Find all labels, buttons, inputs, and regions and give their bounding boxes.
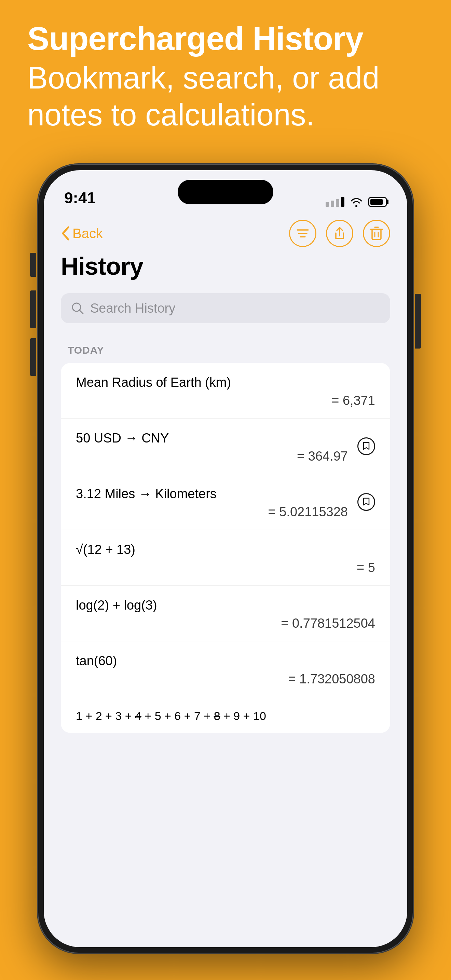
search-placeholder: Search History	[90, 301, 175, 316]
page-title: History	[61, 252, 390, 280]
page-title-area: History	[61, 252, 390, 280]
bookmark-icon	[357, 493, 375, 511]
history-item[interactable]: √(12 + 13) = 5	[61, 530, 390, 585]
header-area: Supercharged History Bookmark, search, o…	[27, 21, 424, 133]
history-item[interactable]: tan(60) = 1.732050808	[61, 641, 390, 697]
share-icon	[333, 226, 346, 240]
nav-actions	[289, 220, 390, 247]
search-icon	[71, 302, 84, 315]
section-label: TODAY	[61, 334, 390, 363]
calc-expression: Mean Radius of Earth (km)	[76, 375, 375, 390]
calc-result: = 5	[76, 560, 375, 575]
status-icons	[326, 197, 387, 208]
history-item[interactable]: Mean Radius of Earth (km) = 6,371	[61, 363, 390, 418]
calc-expression: 3.12 Miles → Kilometers	[76, 487, 375, 501]
trash-icon	[370, 226, 383, 241]
calc-result: = 5.02115328	[76, 505, 348, 519]
calc-expression: log(2) + log(3)	[76, 598, 375, 612]
back-chevron-icon	[61, 226, 70, 241]
bookmark-icon	[357, 438, 375, 455]
history-item[interactable]: 1 + 2 + 3 + 4 + 5 + 6 + 7 + 8 + 9 + 10	[61, 697, 390, 733]
calc-expression: 50 USD → CNY	[76, 431, 375, 445]
wifi-icon	[350, 197, 363, 207]
phone-frame: 9:41	[38, 164, 413, 953]
filter-icon	[296, 227, 310, 240]
status-time: 9:41	[64, 189, 96, 208]
trash-button[interactable]	[363, 220, 390, 247]
svg-line-8	[79, 310, 83, 314]
history-item[interactable]: 3.12 Miles → Kilometers = 5.02115328	[61, 474, 390, 530]
bookmark-inner-icon	[362, 442, 370, 451]
back-label: Back	[72, 226, 103, 241]
battery-icon	[368, 197, 387, 207]
volume-down-button[interactable]	[30, 290, 36, 328]
search-bar[interactable]: Search History	[61, 293, 390, 323]
svg-rect-3	[372, 229, 381, 240]
content-area: TODAY Mean Radius of Earth (km) = 6,371 …	[44, 334, 407, 947]
calc-result: = 6,371	[76, 393, 375, 408]
filter-button[interactable]	[289, 220, 316, 247]
calc-result: = 364.97	[76, 449, 348, 464]
phone-device: 9:41	[38, 164, 413, 953]
power-button[interactable]	[415, 294, 421, 348]
bookmark-button[interactable]	[356, 436, 376, 457]
signal-icon	[326, 197, 345, 207]
search-bar-area[interactable]: Search History	[61, 293, 390, 323]
header-title: Supercharged History	[27, 21, 424, 57]
history-item[interactable]: 50 USD → CNY = 364.97	[61, 418, 390, 474]
calc-result: = 1.732050808	[76, 672, 375, 686]
header-subtitle: Bookmark, search, or add notes to calcul…	[27, 59, 424, 133]
history-card: Mean Radius of Earth (km) = 6,371 50 USD…	[61, 363, 390, 733]
share-button[interactable]	[326, 220, 353, 247]
calc-expression: tan(60)	[76, 654, 375, 668]
phone-screen: 9:41	[44, 170, 407, 947]
back-button[interactable]: Back	[61, 226, 103, 241]
bookmark-button[interactable]	[356, 492, 376, 512]
history-item[interactable]: log(2) + log(3) = 0.7781512504	[61, 585, 390, 641]
calc-expression: 1 + 2 + 3 + 4 + 5 + 6 + 7 + 8 + 9 + 10	[76, 710, 375, 723]
bookmark-inner-icon	[362, 498, 370, 506]
mute-button[interactable]	[30, 338, 36, 376]
dynamic-island	[178, 180, 273, 204]
calc-expression: √(12 + 13)	[76, 542, 375, 557]
calc-result: = 0.7781512504	[76, 616, 375, 631]
volume-up-button[interactable]	[30, 253, 36, 277]
navigation-bar: Back	[44, 215, 407, 252]
